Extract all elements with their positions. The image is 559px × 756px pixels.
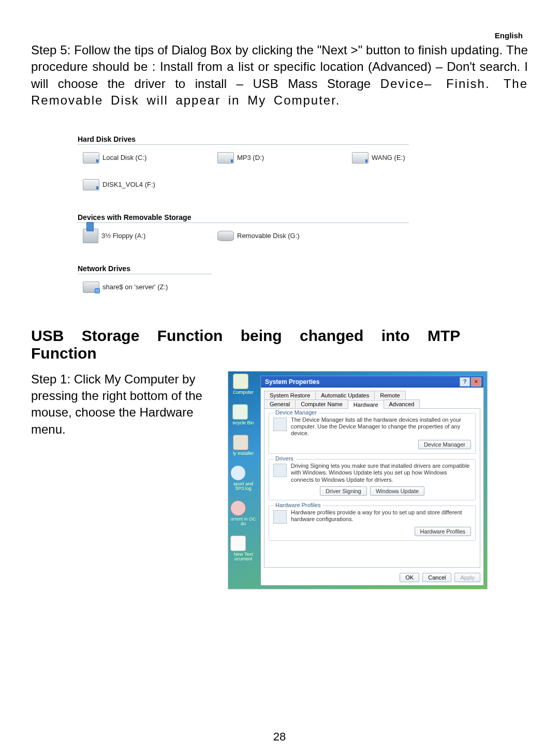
desktop-icon-label: ly installer [233, 451, 254, 456]
tabs-row2: General Computer Name Hardware Advanced [261, 399, 483, 408]
tab-advanced[interactable]: Advanced [384, 399, 420, 408]
my-computer-panel: Hard Disk Drives Local Disk (C:) MP3 (D:… [78, 135, 450, 306]
page-number: 28 [0, 730, 559, 744]
step5-paragraph: Step 5: Follow the tips of Dialog Box by… [31, 42, 528, 109]
drive-label: Local Disk (C:) [102, 154, 146, 161]
textfile-icon[interactable] [230, 536, 246, 551]
disk-icon [217, 152, 234, 164]
disk-icon [83, 152, 99, 164]
disk-icon [352, 152, 369, 164]
drivers-icon [273, 464, 287, 477]
window-title: System Properties [265, 378, 319, 386]
heading-line: Function [31, 345, 528, 363]
floppy-icon [83, 229, 98, 243]
windows-update-button[interactable]: Windows Update [370, 486, 424, 496]
language-label: English [31, 31, 523, 40]
desktop-icon-label: Computer [233, 390, 254, 395]
hdd-section-header: Hard Disk Drives [78, 135, 409, 145]
hardware-profiles-button[interactable]: Hardware Profiles [415, 527, 471, 536]
tab-system-restore[interactable]: System Restore [264, 391, 316, 399]
drive-label: 3½ Floppy (A:) [101, 232, 145, 240]
section-heading: USB Storage Function being changed into … [31, 327, 528, 363]
tab-automatic-updates[interactable]: Automatic Updates [315, 391, 375, 399]
step1-text: Step 1: Click My Computer by pressing th… [31, 371, 207, 589]
help-button[interactable]: ? [460, 377, 470, 387]
hardware-profiles-group: Hardware Profiles Hardware profiles prov… [269, 506, 476, 541]
tab-remote[interactable]: Remote [374, 391, 406, 399]
system-properties-window: System Properties ? × System Restore Aut… [260, 376, 484, 586]
group-text: Driving Signing lets you make sure that … [291, 463, 471, 483]
drive-label: share$ on 'server' (Z:) [102, 283, 168, 291]
heading-line: USB Storage Function being changed into … [31, 327, 528, 345]
titlebar: System Properties ? × [261, 376, 483, 388]
dialog-buttons: OK Cancel Apply [261, 571, 483, 585]
desktop-icon-label: ecycle Bin [232, 421, 254, 425]
tab-general[interactable]: General [264, 399, 296, 408]
removable-section-header: Devices with Removable Storage [78, 213, 409, 223]
drivers-group: Drivers Driving Signing lets you make su… [269, 459, 476, 500]
hardware-profiles-icon [273, 510, 287, 524]
drive-item[interactable]: Local Disk (C:) [83, 150, 181, 166]
ok-button[interactable]: OK [400, 573, 419, 582]
recycle-bin-icon[interactable] [232, 404, 248, 420]
installer-icon[interactable] [233, 435, 248, 450]
drive-item[interactable]: MP3 (D:) [217, 150, 316, 166]
system-properties-screenshot: Computer ecycle Bin ly installer eport a… [228, 371, 488, 589]
group-title: Drivers [273, 455, 296, 462]
device-manager-icon [273, 418, 287, 431]
help-icon[interactable] [230, 465, 246, 481]
tab-hardware[interactable]: Hardware [348, 400, 384, 409]
desktop-icons-strip: Computer ecycle Bin ly installer eport a… [230, 374, 256, 561]
tab-computer-name[interactable]: Computer Name [295, 399, 348, 408]
drive-label: DISK1_VOL4 (F:) [102, 181, 155, 188]
group-title: Hardware Profiles [273, 502, 322, 508]
drive-item[interactable]: 3½ Floppy (A:) [83, 228, 181, 244]
apply-button[interactable]: Apply [454, 573, 480, 582]
group-title: Device Manager [273, 409, 319, 416]
group-text: The Device Manager lists all the hardwar… [291, 417, 471, 437]
document-page: English Step 5: Follow the tips of Dialo… [0, 0, 559, 756]
driver-signing-button[interactable]: Driver Signing [320, 486, 367, 496]
hardware-tab-body: Device Manager The Device Manager lists … [264, 408, 480, 568]
network-drive-icon [83, 281, 99, 293]
torrent-icon[interactable] [230, 500, 246, 516]
drive-label: WANG (E:) [372, 154, 405, 161]
network-section-header: Network Drives [78, 264, 212, 274]
close-button[interactable]: × [471, 377, 481, 387]
desktop-icon-label: orrent in OC do [230, 517, 256, 526]
desktop-icon-label: New Text ocument [230, 552, 256, 561]
disk-icon [83, 179, 99, 190]
step5-line: Step 5: Follow the tips of Dialog Box by… [31, 43, 447, 57]
device-manager-button[interactable]: Device Manager [418, 440, 471, 449]
desktop-icon-label: eport and SP3.log [230, 482, 256, 491]
drive-item[interactable]: Removable Disk (G:) [217, 228, 316, 244]
drive-item[interactable]: share$ on 'server' (Z:) [83, 279, 181, 295]
drive-label: Removable Disk (G:) [237, 232, 300, 240]
cancel-button[interactable]: Cancel [422, 573, 451, 582]
computer-icon[interactable] [233, 374, 248, 389]
drive-item[interactable]: WANG (E:) [352, 150, 450, 166]
removable-disk-icon [217, 231, 234, 241]
device-manager-group: Device Manager The Device Manager lists … [269, 413, 476, 454]
drive-item[interactable]: DISK1_VOL4 (F:) [83, 177, 181, 192]
group-text: Hardware profiles provide a way for you … [291, 509, 471, 524]
tabs-row1: System Restore Automatic Updates Remote [261, 388, 483, 399]
drive-label: MP3 (D:) [237, 154, 264, 161]
